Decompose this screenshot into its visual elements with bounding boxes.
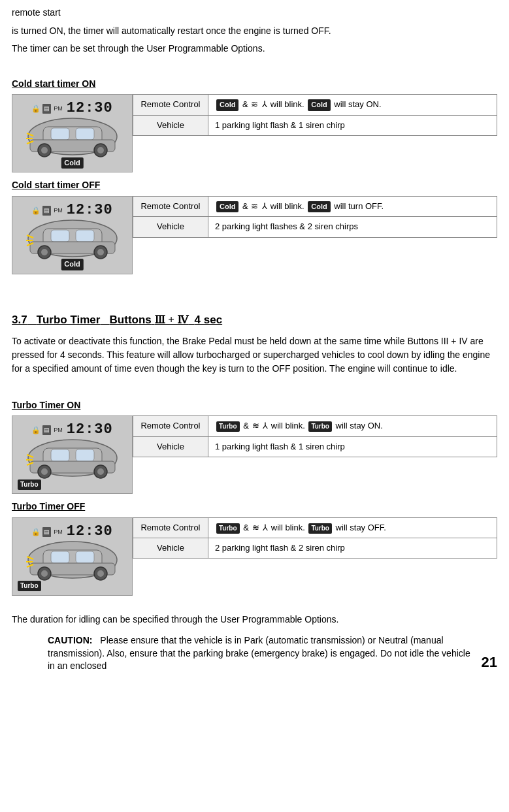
- turbo-off-remote-row: Remote Control Turbo & ≋ ⅄ will blink. T…: [133, 517, 497, 538]
- clock-bar-cold-on: 🔒 ▤ PM 12:30: [12, 99, 132, 119]
- cold-start-on-title: Cold start timer ON: [12, 78, 497, 91]
- turbo-badge-off-2: Turbo: [308, 523, 332, 534]
- cold-on-remote-row: Remote Control Cold & ≋ ⅄ will blink. Co…: [133, 95, 497, 115]
- blink-icon-turbo-on-2: ⅄: [263, 420, 268, 432]
- car-svg-turbo-off: [24, 537, 122, 583]
- cold-on-vehicle-content: 1 parking light flash & 1 siren chirp: [208, 115, 497, 135]
- turbo-badge-car-on: Turbo: [18, 478, 41, 491]
- svg-rect-15: [76, 230, 94, 242]
- turbo-on-remote-row: Remote Control Turbo & ≋ ⅄ will blink. T…: [133, 416, 497, 436]
- clock-icons-turbo-off: 🔒 ▤: [31, 527, 51, 537]
- cold-off-remote-row: Remote Control Cold & ≋ ⅄ will blink. Co…: [133, 196, 497, 216]
- cold-start-on-car: 🔒 ▤ PM 12:30 Cold: [12, 94, 133, 172]
- cold-on-remote-content: Cold & ≋ ⅄ will blink. Cold will stay ON…: [208, 95, 497, 115]
- blink-icon-turbo-off-1: ≋: [252, 522, 259, 534]
- cold-on-vehicle-label: Vehicle: [133, 115, 208, 135]
- cold-badge-2: Cold: [308, 99, 330, 110]
- cold-off-table: Remote Control Cold & ≋ ⅄ will blink. Co…: [133, 196, 497, 238]
- turbo-badge-on-2: Turbo: [308, 421, 332, 432]
- car-svg-off: [24, 216, 122, 261]
- cold-on-post: will stay ON.: [334, 99, 381, 109]
- intro-line2: is turned ON, the timer will automatical…: [12, 25, 497, 38]
- car-svg-turbo-on: [24, 435, 122, 481]
- blink-icon-1: ≋: [251, 99, 258, 110]
- turbo-off-vehicle-content: 2 parking light flash & 2 siren chirp: [208, 538, 497, 559]
- clock-bar-turbo-off: 🔒 ▤ PM 12:30: [12, 522, 132, 542]
- blink-icon-turbo-on-1: ≋: [252, 420, 259, 432]
- amp-turbo-on: &: [243, 421, 251, 430]
- cold-off-vehicle-label: Vehicle: [133, 217, 208, 237]
- cold-on-vehicle-row: Vehicle 1 parking light flash & 1 siren …: [133, 115, 497, 135]
- cold-off-post: will turn OFF.: [334, 201, 384, 211]
- turbo-on-car: 🔒 ▤ PM 12:30 Turbo: [12, 415, 133, 494]
- turbo-description: To activate or deactivate this function,…: [12, 334, 497, 376]
- turbo-on-table: Remote Control Turbo & ≋ ⅄ will blink. T…: [133, 415, 497, 457]
- duration-note: The duration for idling can be specified…: [12, 613, 497, 626]
- clock-display: 12:30: [67, 99, 113, 119]
- turbo-off-block: 🔒 ▤ PM 12:30 Turbo Remote Control: [12, 517, 497, 596]
- cold-off-remote-label: Remote Control: [133, 196, 208, 216]
- caution-text: Please ensure that the vehicle is in Par…: [48, 635, 470, 671]
- blink-icon-turbo-off-2: ⅄: [263, 522, 268, 534]
- turbo-off-vehicle-label: Vehicle: [133, 538, 208, 559]
- turbo-off-title: Turbo Timer OFF: [12, 500, 497, 513]
- cold-start-off-title: Cold start timer OFF: [12, 179, 497, 192]
- clock-display-turbo-off: 12:30: [67, 522, 113, 542]
- turbo-on-title: Turbo Timer ON: [12, 399, 497, 412]
- svg-point-30: [41, 468, 48, 475]
- turbo-off-car: 🔒 ▤ PM 12:30 Turbo: [12, 517, 133, 596]
- turbo-off-vehicle-row: Vehicle 2 parking light flash & 2 siren …: [133, 538, 497, 559]
- turbo-off-post: will stay OFF.: [336, 523, 386, 532]
- turbo-on-remote-content: Turbo & ≋ ⅄ will blink. Turbo will stay …: [208, 416, 497, 436]
- cold-on-table: Remote Control Cold & ≋ ⅄ will blink. Co…: [133, 94, 497, 136]
- intro-line3: The timer can be set through the User Pr…: [12, 42, 497, 56]
- cold-badge-1: Cold: [216, 99, 238, 110]
- will-blink-turbo-off: will blink.: [271, 523, 308, 532]
- heading-title: Turbo Timer: [37, 314, 101, 326]
- turbo-off-table: Remote Control Turbo & ≋ ⅄ will blink. T…: [133, 517, 497, 559]
- turbo-on-block: 🔒 ▤ PM 12:30 Turbo Remote Control: [12, 415, 497, 494]
- cold-start-off-block: 🔒 ▤ PM 12:30 Cold Remote Control: [12, 196, 497, 274]
- cold-badge-car-on: Cold: [61, 156, 83, 169]
- heading-button-symbols: Ⅲ + Ⅳ: [155, 314, 189, 326]
- heading-buttons: Buttons: [110, 314, 152, 326]
- svg-rect-27: [76, 449, 94, 461]
- clock-display-turbo-on: 12:30: [67, 420, 113, 440]
- amp-text-off-1: &: [242, 201, 250, 211]
- amp-turbo-off: &: [243, 523, 251, 532]
- cold-badge-off-1: Cold: [216, 201, 238, 212]
- turbo-off-remote-label: Remote Control: [133, 517, 208, 538]
- car-svg: [24, 114, 122, 159]
- svg-point-44: [97, 570, 104, 577]
- clock-icons: 🔒 ▤: [31, 104, 51, 114]
- will-blink-off-1: will blink.: [271, 201, 307, 211]
- svg-point-6: [41, 147, 48, 154]
- svg-point-42: [41, 570, 48, 577]
- svg-rect-38: [51, 551, 69, 563]
- turbo-badge-car-off: Turbo: [18, 579, 41, 592]
- svg-point-18: [41, 249, 48, 255]
- turbo-on-vehicle-row: Vehicle 1 parking light flash & 1 siren …: [133, 436, 497, 457]
- cold-off-vehicle-content: 2 parking light flashes & 2 siren chirps: [208, 217, 497, 237]
- heading-37: 3.7 Turbo Timer Buttons Ⅲ + Ⅳ 4 sec: [12, 312, 497, 328]
- caution-label: CAUTION:: [48, 635, 92, 645]
- svg-rect-3: [76, 128, 94, 140]
- turbo-on-vehicle-label: Vehicle: [133, 436, 208, 457]
- blink-icon-2: ⅄: [262, 99, 267, 110]
- svg-rect-39: [76, 551, 94, 563]
- cold-off-remote-content: Cold & ≋ ⅄ will blink. Cold will turn OF…: [208, 196, 497, 216]
- turbo-off-remote-content: Turbo & ≋ ⅄ will blink. Turbo will stay …: [208, 517, 497, 538]
- svg-rect-26: [51, 449, 69, 461]
- svg-rect-14: [51, 230, 69, 242]
- turbo-on-post: will stay ON.: [336, 421, 383, 430]
- blink-icon-off-1: ≋: [251, 201, 258, 212]
- page-number: 21: [482, 653, 497, 673]
- intro-line1: remote start: [12, 7, 497, 20]
- svg-point-8: [97, 147, 104, 154]
- svg-point-20: [97, 249, 104, 255]
- cold-start-on-block: 🔒 ▤ PM 12:30 Cold: [12, 94, 497, 172]
- turbo-badge-on-1: Turbo: [216, 421, 240, 432]
- cold-badge-off-2: Cold: [308, 201, 330, 212]
- cold-start-off-car: 🔒 ▤ PM 12:30 Cold: [12, 196, 133, 274]
- turbo-badge-off-1: Turbo: [216, 523, 240, 534]
